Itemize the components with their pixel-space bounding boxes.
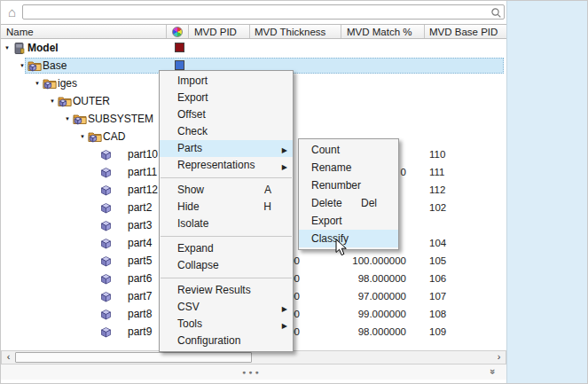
cell-mvd-match: 98.000000: [341, 326, 406, 337]
tree-label: Model: [27, 42, 59, 54]
folder-icon: [43, 77, 57, 93]
menu-item-csv[interactable]: CSV▶: [160, 299, 293, 316]
menu-separator: [161, 236, 292, 237]
triangle-down-icon[interactable]: ▼: [65, 115, 70, 122]
menu-item-representations[interactable]: Representations▶: [160, 157, 293, 174]
tree-label: part4: [128, 237, 152, 249]
tree-label: part11: [128, 166, 157, 178]
menu-shortcut: Del: [361, 194, 377, 212]
cell-mvd-base-pid: 111: [429, 167, 444, 177]
cell-mvd-base-pid: 110: [429, 149, 445, 160]
menu-item-label: Import: [177, 74, 208, 87]
part-icon: [100, 272, 112, 288]
menu-item-export[interactable]: Export: [299, 212, 398, 230]
menu-item-label: Offset: [177, 108, 206, 121]
context-menu: ImportExportOffsetCheckParts▶Representat…: [159, 70, 294, 352]
horizontal-scrollbar[interactable]: ‹ ›: [1, 350, 506, 364]
column-header-mvd-match[interactable]: MVD Match %: [347, 27, 412, 37]
menu-item-label: Representations: [177, 159, 255, 171]
menu-item-parts[interactable]: Parts▶: [160, 140, 293, 157]
cell-mvd-base-pid: 104: [429, 238, 446, 248]
menu-shortcut: A: [264, 182, 271, 199]
app-window: ⌂ Name MVD PID MVD Thickness MVD Match %…: [0, 0, 588, 384]
menu-item-label: Isolate: [177, 217, 208, 230]
tree-label: SUBSYSTEM: [88, 113, 153, 125]
menu-item-renumber[interactable]: Renumber: [299, 176, 398, 194]
cell-mvd-match: 98.000000: [341, 273, 406, 284]
menu-item-import[interactable]: Import: [160, 73, 293, 90]
menu-item-classify[interactable]: Classify: [299, 230, 398, 247]
menu-item-label: Check: [177, 125, 208, 137]
color-swatch: [175, 60, 184, 70]
triangle-down-icon[interactable]: ▼: [35, 80, 40, 87]
menu-separator: [161, 278, 292, 278]
table-header: Name MVD PID MVD Thickness MVD Match % M…: [1, 24, 506, 39]
menu-item-configuration[interactable]: Configuration: [160, 333, 293, 349]
triangle-down-icon[interactable]: ▼: [20, 62, 25, 69]
tree-label: part3: [128, 219, 152, 231]
column-separator[interactable]: [166, 25, 167, 38]
menu-item-label: Delete: [311, 197, 342, 209]
tree-row-Model[interactable]: ▼Model: [1, 39, 506, 57]
tree-label: part6: [128, 272, 152, 285]
cell-mvd-base-pid: 112: [429, 184, 445, 195]
menu-item-label: Review Results: [177, 284, 251, 296]
home-icon[interactable]: ⌂: [4, 4, 20, 20]
part-icon: [100, 255, 112, 270]
column-separator[interactable]: [249, 25, 250, 38]
menu-item-expand[interactable]: Expand: [160, 240, 293, 257]
menu-item-label: Renumber: [311, 179, 361, 192]
column-header-name[interactable]: Name: [6, 27, 34, 37]
search-input[interactable]: [26, 5, 487, 19]
menu-item-isolate[interactable]: Isolate: [160, 216, 293, 232]
tree-label: CAD: [103, 130, 125, 143]
menu-item-show[interactable]: ShowA: [160, 182, 293, 199]
column-header-mvd-thickness[interactable]: MVD Thickness: [255, 27, 325, 37]
chevron-right-icon[interactable]: ›: [492, 351, 506, 364]
dots-handle-icon[interactable]: ●●●: [242, 369, 262, 375]
column-header-mvd-base-pid[interactable]: MVD Base PID: [429, 27, 498, 37]
tree-label: part12: [128, 184, 158, 196]
menu-item-export[interactable]: Export: [160, 90, 293, 106]
menu-item-tools[interactable]: Tools▶: [160, 316, 293, 333]
folder-icon: [27, 59, 42, 75]
menu-item-delete[interactable]: DeleteDel: [299, 194, 398, 212]
menu-item-label: Expand: [177, 242, 214, 255]
menu-item-label: Export: [177, 91, 208, 104]
part-icon: [100, 184, 112, 200]
column-separator[interactable]: [424, 25, 425, 38]
menu-item-label: Collapse: [177, 259, 219, 271]
search-box[interactable]: [22, 4, 505, 20]
menu-item-count[interactable]: Count: [299, 141, 398, 159]
menu-item-label: Rename: [311, 161, 351, 174]
menu-item-label: Hide: [177, 200, 200, 213]
cell-mvd-base-pid: 106: [429, 273, 446, 284]
tree-label: iges: [58, 77, 77, 90]
part-icon: [100, 166, 112, 182]
menu-item-check[interactable]: Check: [160, 123, 293, 140]
cell-mvd-match: 100.000000: [341, 255, 406, 266]
part-icon: [100, 325, 112, 341]
menu-item-review-results[interactable]: Review Results: [160, 282, 293, 299]
scrollbar-thumb[interactable]: [15, 352, 252, 363]
column-separator[interactable]: [341, 25, 341, 38]
menu-item-hide[interactable]: HideH: [160, 199, 293, 216]
column-separator[interactable]: [188, 25, 189, 38]
chevron-left-icon[interactable]: ‹: [2, 351, 15, 364]
color-wheel-icon[interactable]: [172, 27, 183, 37]
triangle-down-icon[interactable]: ▼: [50, 98, 55, 105]
menu-item-label: Parts: [177, 142, 202, 154]
mouse-cursor-icon: [335, 239, 349, 261]
double-chevron-down-icon[interactable]: »: [488, 369, 498, 374]
search-icon: [490, 6, 502, 22]
menu-item-rename[interactable]: Rename: [299, 159, 398, 176]
menu-item-label: Count: [311, 144, 340, 156]
menu-item-offset[interactable]: Offset: [160, 106, 293, 123]
triangle-down-icon[interactable]: ▼: [4, 44, 10, 51]
tree-label: part9: [128, 325, 152, 338]
column-header-mvd-pid[interactable]: MVD PID: [194, 27, 237, 37]
triangle-down-icon[interactable]: ▼: [80, 133, 85, 140]
menu-item-collapse[interactable]: Collapse: [160, 257, 293, 274]
cell-mvd-match: 97.000000: [341, 291, 406, 302]
color-swatch: [175, 43, 184, 52]
